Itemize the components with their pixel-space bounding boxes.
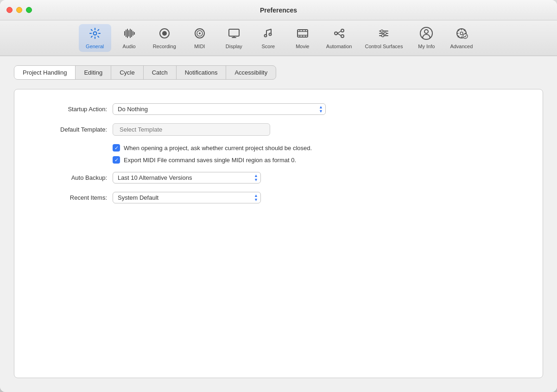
toolbar-item-advanced[interactable]: Advanced — [444, 24, 478, 52]
recent-items-label: Recent Items: — [33, 194, 107, 201]
audio-icon — [123, 27, 136, 42]
toolbar-recording-label: Recording — [153, 44, 176, 49]
my-info-icon — [420, 27, 433, 42]
recent-items-container: System Default 5 Items 10 Items 15 Items… — [113, 192, 261, 203]
traffic-lights — [6, 7, 32, 13]
midi-icon — [193, 27, 206, 42]
sub-tabs: Project Handling Editing Cycle Catch Not… — [14, 65, 276, 80]
recent-items-select[interactable]: System Default 5 Items 10 Items 15 Items… — [113, 192, 261, 203]
toolbar-item-control-surfaces[interactable]: Control Surfaces — [359, 24, 408, 52]
startup-action-select[interactable]: Do Nothing Open Last Project Open New Pr… — [113, 103, 326, 115]
svg-point-16 — [381, 30, 383, 32]
window-title: Preferences — [260, 6, 297, 14]
default-template-row: Default Template: — [33, 123, 524, 136]
svg-point-2 — [162, 31, 167, 36]
toolbar-display-label: Display — [226, 44, 242, 49]
display-icon — [228, 27, 241, 42]
toolbar-item-general[interactable]: General — [79, 24, 111, 52]
toolbar: General Audio Recording — [0, 20, 557, 56]
toolbar-item-recording[interactable]: Recording — [147, 24, 182, 52]
default-template-label: Default Template: — [33, 126, 107, 133]
checkbox1-row: ✓ When opening a project, ask whether cu… — [113, 144, 524, 152]
startup-action-container: Do Nothing Open Last Project Open New Pr… — [113, 103, 326, 115]
svg-point-10 — [335, 32, 337, 35]
svg-point-19 — [424, 30, 428, 33]
toolbar-control-surfaces-label: Control Surfaces — [365, 44, 403, 49]
sub-tab-editing[interactable]: Editing — [76, 66, 111, 79]
checkbox2-label: Export MIDI File command saves single MI… — [124, 157, 296, 164]
toolbar-movie-label: Movie — [296, 44, 309, 49]
startup-action-row: Startup Action: Do Nothing Open Last Pro… — [33, 103, 524, 115]
svg-point-12 — [341, 35, 344, 38]
toolbar-automation-label: Automation — [326, 44, 352, 49]
svg-point-0 — [93, 32, 96, 35]
auto-backup-container: Last 10 Alternative Versions Last 5 Alte… — [113, 172, 261, 183]
recording-icon — [158, 27, 171, 42]
auto-backup-label: Auto Backup: — [33, 174, 107, 181]
maximize-button[interactable] — [26, 7, 32, 13]
toolbar-item-audio[interactable]: Audio — [113, 24, 146, 52]
svg-point-5 — [199, 32, 201, 34]
preferences-window: Preferences General Audio — [0, 0, 557, 392]
sub-tab-notifications[interactable]: Notifications — [177, 66, 227, 79]
movie-icon — [296, 27, 309, 42]
checkbox1[interactable]: ✓ — [113, 144, 120, 152]
main-panel: Startup Action: Do Nothing Open Last Pro… — [14, 89, 543, 378]
sub-tab-catch[interactable]: Catch — [144, 66, 177, 79]
svg-rect-6 — [229, 29, 239, 36]
toolbar-item-score[interactable]: Score — [252, 24, 285, 52]
advanced-icon — [455, 27, 468, 42]
checkbox2-row: ✓ Export MIDI File command saves single … — [113, 156, 524, 164]
svg-point-21 — [460, 32, 463, 35]
svg-point-18 — [382, 35, 384, 37]
default-template-input[interactable] — [113, 123, 270, 136]
toolbar-advanced-label: Advanced — [450, 44, 473, 49]
content-area: Project Handling Editing Cycle Catch Not… — [0, 56, 557, 392]
general-icon — [89, 27, 101, 42]
checkbox1-label: When opening a project, ask whether curr… — [124, 145, 312, 152]
svg-point-17 — [384, 32, 386, 35]
title-bar: Preferences — [0, 0, 557, 20]
toolbar-score-label: Score — [261, 44, 275, 49]
sub-tab-project-handling[interactable]: Project Handling — [14, 66, 76, 79]
minimize-button[interactable] — [16, 7, 22, 13]
score-icon — [262, 27, 275, 42]
auto-backup-row: Auto Backup: Last 10 Alternative Version… — [33, 172, 524, 183]
toolbar-item-display[interactable]: Display — [218, 24, 250, 52]
sub-tab-accessibility[interactable]: Accessibility — [226, 66, 276, 79]
toolbar-item-my-info[interactable]: My Info — [410, 24, 443, 52]
control-surfaces-icon — [377, 27, 390, 42]
toolbar-audio-label: Audio — [123, 44, 136, 49]
toolbar-item-midi[interactable]: MIDI — [184, 24, 216, 52]
toolbar-general-label: General — [86, 44, 104, 49]
sub-tab-cycle[interactable]: Cycle — [111, 66, 144, 79]
automation-icon — [333, 27, 346, 42]
startup-action-label: Startup Action: — [33, 106, 107, 113]
toolbar-midi-label: MIDI — [194, 44, 205, 49]
toolbar-item-automation[interactable]: Automation — [321, 24, 358, 52]
checkbox2[interactable]: ✓ — [113, 156, 120, 164]
close-button[interactable] — [6, 7, 13, 13]
auto-backup-select[interactable]: Last 10 Alternative Versions Last 5 Alte… — [113, 172, 261, 183]
svg-point-11 — [341, 29, 344, 32]
toolbar-item-movie[interactable]: Movie — [286, 24, 319, 52]
svg-point-8 — [269, 33, 271, 36]
toolbar-my-info-label: My Info — [418, 44, 435, 49]
svg-point-7 — [264, 35, 266, 37]
recent-items-row: Recent Items: System Default 5 Items 10 … — [33, 192, 524, 203]
